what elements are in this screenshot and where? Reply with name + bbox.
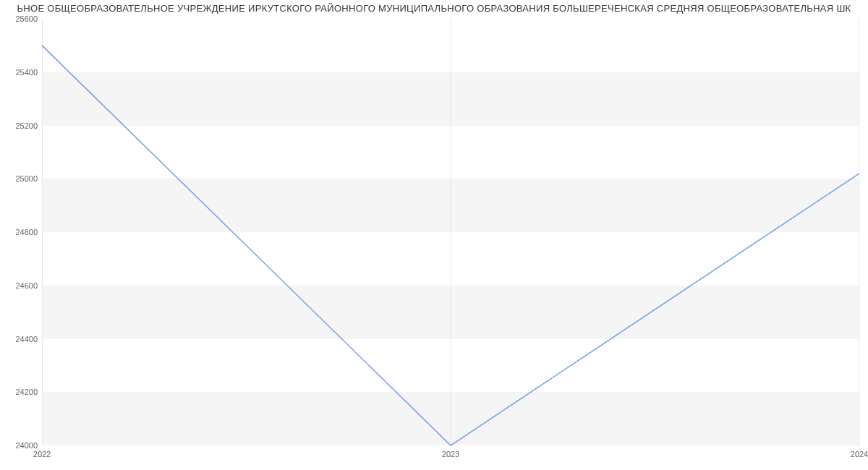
y-tick-label: 25000 [4,174,38,183]
y-tick-label: 24200 [4,388,38,396]
x-tick-label: 2024 [851,450,868,458]
y-tick-label: 24000 [4,441,38,450]
line-series [42,19,859,445]
plot-area [42,19,859,445]
y-tick-label: 24600 [4,281,38,290]
chart-container: ЬНОЕ ОБЩЕОБРАЗОВАТЕЛЬНОЕ УЧРЕЖДЕНИЕ ИРКУ… [0,0,868,470]
y-tick-label: 25200 [4,121,38,130]
x-tick-label: 2022 [33,450,51,458]
y-tick-label: 25600 [4,14,38,23]
x-tick-label: 2023 [442,450,459,458]
y-tick-label: 24400 [4,335,38,343]
y-tick-label: 24800 [4,228,38,236]
y-tick-label: 25400 [4,68,38,77]
chart-title: ЬНОЕ ОБЩЕОБРАЗОВАТЕЛЬНОЕ УЧРЕЖДЕНИЕ ИРКУ… [0,3,868,14]
